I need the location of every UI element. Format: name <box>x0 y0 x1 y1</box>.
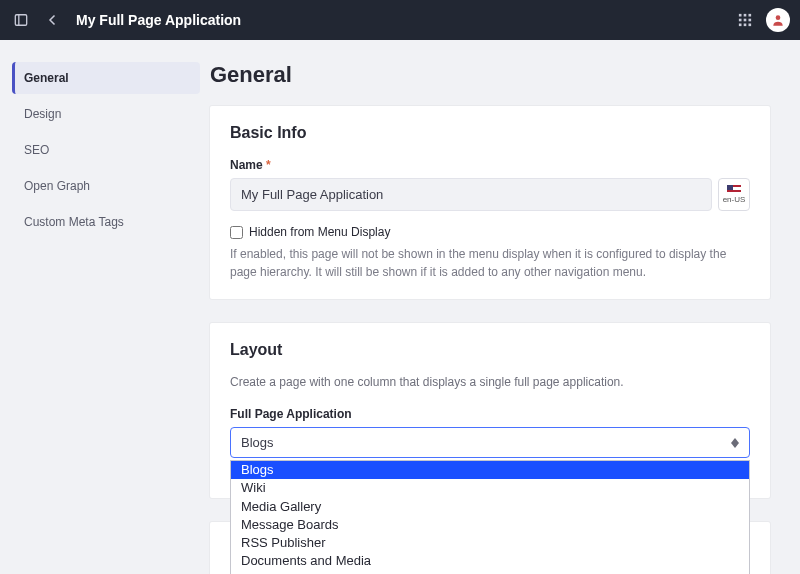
main-panel: General Basic Info Name * My Full Page A… <box>200 40 800 574</box>
locale-selector[interactable]: en-US <box>718 178 750 211</box>
locale-code: en-US <box>723 196 746 204</box>
option-media-gallery[interactable]: Media Gallery <box>231 498 749 516</box>
svg-rect-4 <box>749 14 752 17</box>
option-message-boards[interactable]: Message Boards <box>231 516 749 534</box>
name-label-text: Name <box>230 158 263 172</box>
layout-card: Layout Create a page with one column tha… <box>210 323 770 498</box>
option-rss-publisher[interactable]: RSS Publisher <box>231 534 749 552</box>
page-heading: General <box>210 62 770 88</box>
sidebar-item-custom-meta-tags[interactable]: Custom Meta Tags <box>12 206 200 238</box>
basic-info-card: Basic Info Name * My Full Page Applicati… <box>210 106 770 299</box>
svg-marker-13 <box>731 443 739 448</box>
sidebar-item-design[interactable]: Design <box>12 98 200 130</box>
svg-rect-7 <box>749 19 752 22</box>
svg-rect-6 <box>744 19 747 22</box>
full-page-app-select[interactable]: Blogs <box>230 427 750 458</box>
page-title-topbar: My Full Page Application <box>76 12 241 28</box>
svg-rect-5 <box>739 19 742 22</box>
sidebar-item-general[interactable]: General <box>12 62 200 94</box>
svg-rect-0 <box>15 15 26 26</box>
sidebar-item-seo[interactable]: SEO <box>12 134 200 166</box>
user-avatar[interactable] <box>766 8 790 32</box>
svg-rect-9 <box>744 24 747 27</box>
layout-desc: Create a page with one column that displ… <box>230 375 750 389</box>
option-documents-and-media[interactable]: Documents and Media <box>231 552 749 570</box>
basic-info-heading: Basic Info <box>230 124 750 142</box>
back-icon[interactable] <box>42 9 64 31</box>
sidebar: General Design SEO Open Graph Custom Met… <box>0 40 200 574</box>
apps-grid-icon[interactable] <box>734 9 756 31</box>
layout-heading: Layout <box>230 341 750 359</box>
option-form[interactable]: Form <box>231 571 749 575</box>
select-value: Blogs <box>241 435 274 450</box>
hidden-from-menu-label: Hidden from Menu Display <box>249 225 390 239</box>
full-page-app-dropdown: Blogs Wiki Media Gallery Message Boards … <box>230 460 750 574</box>
hidden-help-text: If enabled, this page will not be shown … <box>230 245 750 281</box>
name-input[interactable]: My Full Page Application <box>230 178 712 211</box>
svg-rect-3 <box>744 14 747 17</box>
flag-us-icon <box>727 185 741 194</box>
hidden-from-menu-checkbox[interactable] <box>230 226 243 239</box>
select-arrows-icon <box>731 438 739 448</box>
full-page-app-label: Full Page Application <box>230 407 750 421</box>
required-asterisk: * <box>266 158 271 172</box>
name-label: Name * <box>230 158 750 172</box>
sidebar-item-open-graph[interactable]: Open Graph <box>12 170 200 202</box>
panel-toggle-icon[interactable] <box>10 9 32 31</box>
option-wiki[interactable]: Wiki <box>231 479 749 497</box>
option-blogs[interactable]: Blogs <box>231 461 749 479</box>
topbar: My Full Page Application <box>0 0 800 40</box>
svg-point-11 <box>776 15 781 20</box>
svg-rect-10 <box>749 24 752 27</box>
svg-rect-2 <box>739 14 742 17</box>
svg-rect-8 <box>739 24 742 27</box>
